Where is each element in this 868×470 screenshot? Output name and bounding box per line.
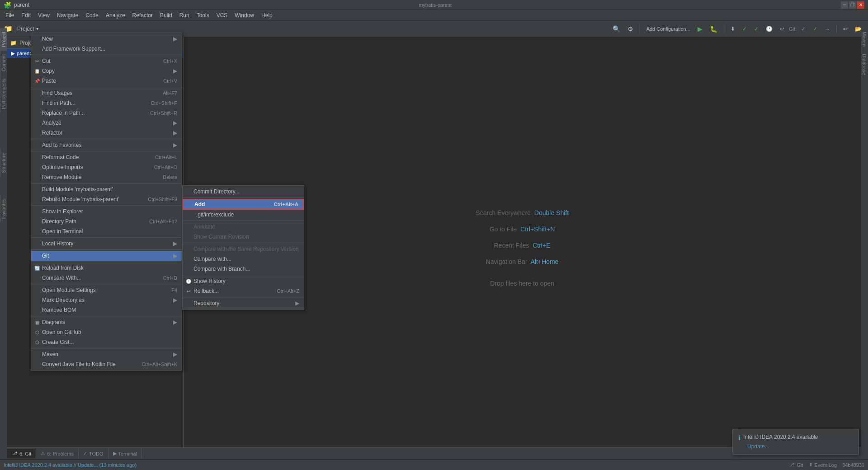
menu-edit[interactable]: Edit (18, 11, 34, 19)
git-add[interactable]: Add Ctrl+Alt+A (183, 199, 304, 210)
nav-bar-shortcut: Alt+Home (530, 258, 558, 265)
menu-new[interactable]: New ▶ (31, 34, 182, 44)
git-exclude[interactable]: .git/info/exclude (183, 210, 304, 220)
tab-terminal[interactable]: ▶ Terminal (108, 449, 142, 458)
menu-vcs[interactable]: VCS (213, 11, 231, 19)
menu-show-explorer[interactable]: Show in Explorer (31, 207, 182, 216)
mark-arrow-icon: ▶ (173, 297, 177, 303)
menu-help[interactable]: Help (258, 11, 276, 19)
git-x-btn[interactable]: ✓ (810, 24, 820, 33)
copy-icon: 📋 (34, 68, 40, 74)
update-link[interactable]: Update... (747, 443, 853, 450)
git-update-btn[interactable]: ⬇ (728, 24, 738, 33)
restore-button[interactable]: ❐ (849, 1, 856, 9)
minimize-button[interactable]: ─ (841, 1, 848, 9)
undo-btn[interactable]: ↩ (840, 24, 850, 33)
rollback-btn[interactable]: ↩ (777, 24, 787, 33)
tab-project[interactable]: Project (0, 28, 7, 51)
tab-problems[interactable]: ⚠ 6: Problems (36, 449, 79, 458)
history-arrow-icon: ▶ (173, 240, 177, 247)
menu-window[interactable]: Window (231, 11, 258, 19)
git-repository[interactable]: Repository ▶ (183, 298, 304, 308)
menu-diagrams[interactable]: ▦ Diagrams ▶ (31, 317, 182, 327)
menu-remove-module[interactable]: Remove Module Delete (31, 172, 182, 182)
search-everywhere-btn[interactable]: 🔍 (610, 24, 623, 34)
menu-reload-disk[interactable]: 🔄 Reload from Disk (31, 263, 182, 273)
menu-local-history[interactable]: Local History ▶ (31, 239, 182, 249)
context-menu-main: New ▶ Add Framework Support... ✂ Cut Ctr… (31, 33, 182, 371)
debug-btn[interactable]: 🐛 (707, 24, 720, 34)
menu-reformat[interactable]: Reformat Code Ctrl+Alt+L (31, 152, 182, 162)
project-selector[interactable]: Project ▼ (14, 24, 42, 33)
git-check-btn[interactable]: ✓ (798, 24, 808, 33)
git-show-history[interactable]: 🕐 Show History (183, 276, 304, 286)
git-rollback[interactable]: ↩ Rollback... Ctrl+Alt+Z (183, 286, 304, 296)
menu-file[interactable]: File (2, 11, 18, 19)
git-status[interactable]: ⎇ Git (789, 462, 803, 468)
tab-favorites[interactable]: Favorites (0, 195, 7, 222)
tab-structure[interactable]: Structure (0, 149, 7, 177)
git-compare-with[interactable]: Compare with... (183, 254, 304, 264)
problems-icon: ⚠ (41, 451, 45, 456)
right-panel-tabs: Maven Database (861, 28, 868, 79)
settings-btn[interactable]: ⚙ (625, 24, 636, 34)
menu-add-favorites[interactable]: Add to Favorites ▶ (31, 140, 182, 150)
menu-remove-bom[interactable]: Remove BOM (31, 305, 182, 315)
menu-paste[interactable]: 📌 Paste Ctrl+V (31, 76, 182, 86)
menu-refactor[interactable]: Refactor (129, 11, 156, 19)
git-commit-btn[interactable]: ✓ (740, 24, 750, 33)
menu-navigate[interactable]: Navigate (53, 11, 82, 19)
menu-git[interactable]: Git ▶ (31, 251, 182, 261)
git-push-btn[interactable]: ✓ (751, 24, 761, 33)
menu-rebuild-module[interactable]: Rebuild Module 'mybatis-parent' Ctrl+Shi… (31, 194, 182, 204)
project-dropdown-icon[interactable]: ▼ (35, 27, 39, 31)
tab-git-bottom[interactable]: ⎇ 6: Git (7, 449, 36, 458)
menu-replace-in-path[interactable]: Replace in Path... Ctrl+Shift+R (31, 108, 182, 118)
title-bar-controls[interactable]: ─ ❐ ✕ (841, 1, 864, 9)
status-message[interactable]: IntelliJ IDEA 2020.2.4 available // Upda… (4, 462, 137, 468)
menu-maven[interactable]: Maven ▶ (31, 349, 182, 359)
menu-copy[interactable]: 📋 Copy ▶ (31, 66, 182, 76)
menu-mark-directory[interactable]: Mark Directory as ▶ (31, 295, 182, 305)
menu-build-module[interactable]: Build Module 'mybatis-parent' (31, 184, 182, 194)
menu-run[interactable]: Run (176, 11, 193, 19)
menu-cut[interactable]: ✂ Cut Ctrl+X (31, 56, 182, 66)
menu-add-framework[interactable]: Add Framework Support... (31, 44, 182, 54)
tab-database[interactable]: Database (861, 50, 868, 79)
menu-find-in-path[interactable]: Find in Path... Ctrl+Shift+F (31, 98, 182, 108)
close-button[interactable]: ✕ (857, 1, 864, 9)
menu-tools[interactable]: Tools (193, 11, 213, 19)
menu-code[interactable]: Code (82, 11, 102, 19)
menu-analyze[interactable]: Analyze (102, 11, 129, 19)
menu-directory-path[interactable]: Directory Path Ctrl+Alt+F12 (31, 216, 182, 226)
tab-maven[interactable]: Maven (861, 28, 868, 50)
separator-6 (31, 205, 182, 206)
reload-icon: 🔄 (34, 265, 40, 271)
git-commit-directory[interactable]: Commit Directory... (183, 187, 304, 197)
add-config-btn[interactable]: Add Configuration... (644, 25, 693, 33)
tab-todo[interactable]: ✓ TODO (79, 449, 108, 458)
menu-refactor[interactable]: Refactor ▶ (31, 128, 182, 138)
event-log-status[interactable]: ⬆ Event Log (809, 462, 837, 468)
menu-open-terminal[interactable]: Open in Terminal (31, 226, 182, 236)
git-compare-branch[interactable]: Compare with Branch... (183, 264, 304, 274)
commit-hash[interactable]: 34b48930 (842, 462, 864, 468)
menu-create-gist[interactable]: ⬡ Create Gist... (31, 337, 182, 347)
menu-convert-kotlin[interactable]: Convert Java File to Kotlin File Ctrl+Al… (31, 359, 182, 369)
status-bar-right: ⎇ Git ⬆ Event Log 34b48930 (789, 462, 864, 468)
menu-view[interactable]: View (34, 11, 53, 19)
menu-analyze[interactable]: Analyze ▶ (31, 118, 182, 128)
run-btn[interactable]: ▶ (695, 24, 705, 34)
menu-compare-with[interactable]: Compare With... Ctrl+D (31, 273, 182, 283)
tab-pull-requests[interactable]: Pull Requests (0, 75, 7, 113)
git-history-btn[interactable]: 🕐 (763, 24, 775, 33)
menu-module-settings[interactable]: Open Module Settings F4 (31, 285, 182, 295)
menu-build[interactable]: Build (156, 11, 176, 19)
menu-find-usages[interactable]: Find Usages Alt+F7 (31, 88, 182, 98)
git-compare-same-repo: Compare with the Same Repository Version (183, 244, 304, 254)
tab-commit[interactable]: Commit (0, 51, 7, 75)
menu-optimize-imports[interactable]: Optimize Imports Ctrl+Alt+O (31, 162, 182, 172)
menu-open-github[interactable]: ⬡ Open on GitHub (31, 327, 182, 337)
git-arrow-btn[interactable]: → (822, 24, 833, 33)
goto-file-label: Go to File (490, 226, 517, 233)
